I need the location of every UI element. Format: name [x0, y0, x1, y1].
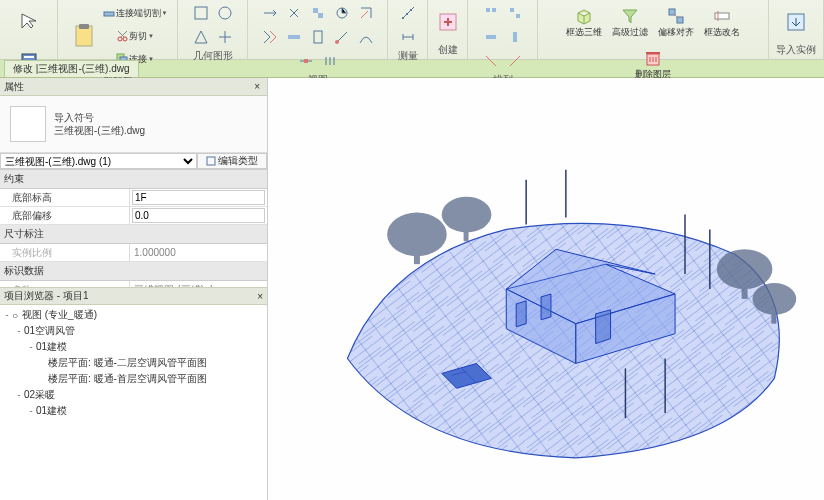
arr-btn[interactable]: [504, 50, 526, 72]
offset-input[interactable]: [132, 208, 265, 223]
arr-btn[interactable]: [480, 26, 502, 48]
svg-rect-24: [486, 35, 496, 39]
tree-node[interactable]: -01建模: [2, 339, 265, 355]
viewport-3d[interactable]: [268, 78, 824, 500]
tree-node[interactable]: -01建模: [2, 403, 265, 419]
prop-category[interactable]: 约束: [0, 170, 267, 189]
ribbon-group-arrange: 排列: [468, 0, 538, 59]
mod-btn[interactable]: [331, 26, 353, 48]
left-panel: 属性 × 导入符号 三维视图-(三维).dwg 三维视图-(三维).dwg (1…: [0, 78, 268, 500]
geom-btn-4[interactable]: [214, 26, 236, 48]
cut-button[interactable]: 剪切▼: [102, 25, 168, 47]
properties-header: 属性 ×: [0, 78, 267, 96]
cut-join-button[interactable]: 连接端切割▼: [102, 2, 168, 24]
mod-btn[interactable]: [259, 26, 281, 48]
svg-rect-32: [207, 157, 215, 165]
filter-btn[interactable]: 高级过滤: [608, 2, 652, 42]
mod-btn[interactable]: [259, 2, 281, 24]
svg-point-17: [335, 40, 339, 44]
ribbon-label: 测量: [398, 49, 418, 63]
svg-rect-40: [771, 304, 776, 324]
svg-rect-22: [510, 8, 514, 12]
type-icon: [10, 106, 46, 142]
svg-rect-30: [646, 52, 660, 54]
svg-rect-38: [742, 274, 748, 299]
svg-point-7: [123, 37, 127, 41]
tree-node[interactable]: -○视图 (专业_暖通): [2, 307, 265, 323]
mod-btn[interactable]: [307, 26, 329, 48]
svg-rect-15: [288, 35, 300, 39]
mod-btn[interactable]: [307, 2, 329, 24]
mod-btn[interactable]: [295, 50, 317, 72]
import-btn[interactable]: [780, 3, 812, 41]
main-area: 属性 × 导入符号 三维视图-(三维).dwg 三维视图-(三维).dwg (1…: [0, 78, 824, 500]
browser-header: 项目浏览器 - 项目1 ×: [0, 287, 267, 305]
arr-btn[interactable]: [504, 2, 526, 24]
tree-node[interactable]: -02采暖: [2, 387, 265, 403]
ribbon-label: 创建: [438, 43, 458, 57]
paste-button[interactable]: [68, 17, 100, 55]
svg-rect-28: [715, 13, 729, 19]
close-icon[interactable]: ×: [251, 81, 263, 92]
svg-rect-25: [513, 32, 517, 42]
svg-rect-5: [104, 12, 114, 16]
geom-btn-2[interactable]: [214, 2, 236, 24]
svg-rect-4: [79, 24, 89, 29]
geom-btn-3[interactable]: [190, 26, 212, 48]
mod-btn[interactable]: [283, 2, 305, 24]
ribbon-group-create: 创建: [428, 0, 468, 59]
ribbon-label: 导入实例: [776, 43, 816, 57]
ribbon-group-modify: 视图: [248, 0, 388, 59]
ribbon-group-geometry: 几何图形: [178, 0, 248, 59]
type-selector[interactable]: 导入符号 三维视图-(三维).dwg: [0, 96, 267, 153]
rename-btn[interactable]: 框选改名: [700, 2, 744, 42]
arr-btn[interactable]: [480, 50, 502, 72]
svg-rect-10: [195, 7, 207, 19]
instance-selector[interactable]: 三维视图-(三维).dwg (1): [0, 153, 197, 169]
tree-node[interactable]: 楼层平面: 暖通-二层空调风管平面图: [2, 355, 265, 371]
geom-btn-1[interactable]: [190, 2, 212, 24]
svg-rect-12: [313, 8, 318, 13]
svg-rect-21: [492, 8, 496, 12]
mod-btn[interactable]: [355, 2, 377, 24]
project-browser-tree: -○视图 (专业_暖通) -01空调风管 -01建模 楼层平面: 暖通-二层空调…: [0, 305, 267, 500]
ribbon-group-select: 选择 ▼: [0, 0, 58, 59]
measure-btn[interactable]: [397, 2, 419, 24]
mod-btn[interactable]: [331, 2, 353, 24]
svg-rect-18: [304, 59, 308, 63]
modify-button[interactable]: [13, 2, 45, 40]
prop-category[interactable]: 尺寸标注: [0, 225, 267, 244]
svg-point-11: [219, 7, 231, 19]
ribbon: 选择 ▼ 连接端切割▼ 剪切▼ 连接▼ 剪贴板 几何图形: [0, 0, 824, 60]
svg-rect-34: [414, 239, 420, 264]
edit-type-button[interactable]: 编辑类型: [197, 153, 267, 169]
ribbon-group-master: 框选三维 高级过滤 偏移对齐 框选改名 删除图层 建模大师（通用）: [538, 0, 769, 59]
offset-align-btn[interactable]: 偏移对齐: [654, 2, 698, 42]
ribbon-group-clipboard: 连接端切割▼ 剪切▼ 连接▼ 剪贴板: [58, 0, 178, 59]
dimension-btn[interactable]: [397, 26, 419, 48]
prop-row: 实例比例 1.000000: [0, 244, 267, 262]
context-tab[interactable]: 修改 | 三维视图-(三维).dwg: [4, 60, 139, 77]
ribbon-label: 几何图形: [193, 49, 233, 63]
box3d-btn[interactable]: 框选三维: [562, 2, 606, 42]
arr-btn[interactable]: [504, 26, 526, 48]
svg-rect-26: [669, 9, 675, 15]
svg-point-6: [118, 37, 122, 41]
close-icon[interactable]: ×: [257, 291, 263, 302]
arr-btn[interactable]: [480, 2, 502, 24]
svg-rect-36: [464, 220, 469, 242]
prop-category[interactable]: 标识数据: [0, 262, 267, 281]
prop-row: 底部偏移: [0, 207, 267, 225]
ribbon-group-measure: 测量: [388, 0, 428, 59]
tree-node[interactable]: -01空调风管: [2, 323, 265, 339]
level-input[interactable]: [132, 190, 265, 205]
svg-rect-13: [318, 13, 323, 18]
tree-node[interactable]: 楼层平面: 暖通-首层空调风管平面图: [2, 371, 265, 387]
svg-rect-27: [677, 17, 683, 23]
mod-btn[interactable]: [283, 26, 305, 48]
mod-btn[interactable]: [319, 50, 341, 72]
instance-selector-row: 三维视图-(三维).dwg (1) 编辑类型: [0, 153, 267, 170]
mod-btn[interactable]: [355, 26, 377, 48]
ribbon-group-import: 导入实例: [769, 0, 824, 59]
create-btn[interactable]: [432, 3, 464, 41]
